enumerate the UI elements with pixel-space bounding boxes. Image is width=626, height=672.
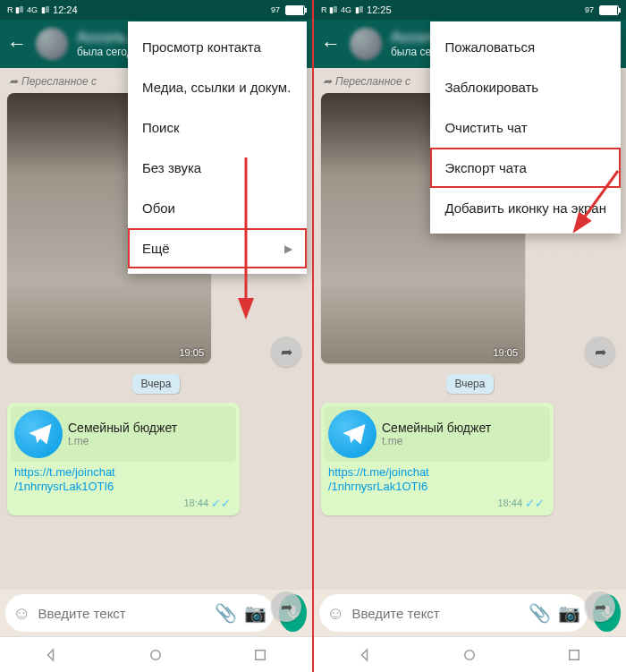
back-icon[interactable]: ←	[7, 32, 27, 55]
forward-icon: ➦	[323, 75, 332, 88]
signal-icon: R ▮ll	[321, 5, 337, 14]
link-domain: t.me	[382, 435, 491, 447]
phone-right: R ▮ll 4G ▮ll 12:25 97 ← Ассоль была сего…	[314, 0, 626, 672]
menu-item-label: Ещё	[142, 241, 170, 256]
menu-item-label: Без звука	[142, 160, 201, 175]
back-icon[interactable]: ←	[321, 32, 341, 55]
menu-item[interactable]: Обои	[128, 188, 307, 228]
nav-recent-icon[interactable]	[252, 647, 268, 663]
svg-point-1	[151, 650, 161, 659]
menu-item[interactable]: Пожаловаться	[430, 27, 621, 67]
menu-item-label: Экспорт чата	[444, 160, 526, 175]
date-chip: Вчера	[132, 374, 181, 394]
camera-icon[interactable]: 📷	[244, 602, 266, 624]
menu-item[interactable]: Без звука	[128, 148, 307, 188]
phone-left: R ▮ll 4G ▮ll 12:24 97 ← Ассоль была сего…	[0, 0, 312, 672]
battery-pct: 97	[585, 5, 594, 14]
emoji-icon[interactable]: ☺	[326, 603, 344, 624]
svg-rect-5	[570, 650, 579, 659]
menu-item-label: Поиск	[142, 120, 180, 135]
menu-item[interactable]: Просмотр контакта	[128, 27, 307, 67]
android-navbar	[314, 636, 626, 672]
menu-item[interactable]: Медиа, ссылки и докум.	[128, 67, 307, 107]
image-time: 19:05	[179, 347, 204, 358]
message-input-box[interactable]: ☺ 📎 📷	[319, 594, 588, 632]
telegram-icon	[14, 410, 63, 458]
forwarded-label: ➦ Пересланное с	[323, 75, 410, 88]
link-title: Семейный бюджет	[68, 421, 177, 435]
svg-line-3	[576, 171, 618, 229]
nav-home-icon[interactable]	[461, 647, 478, 663]
date-chip: Вчера	[446, 374, 495, 394]
read-ticks-icon: ✓✓	[211, 497, 231, 510]
camera-icon[interactable]: 📷	[558, 602, 580, 624]
avatar[interactable]	[36, 28, 68, 60]
input-row: ☺ 📎 📷	[314, 590, 626, 636]
link-domain: t.me	[68, 435, 177, 447]
status-bar: R ▮ll 4G ▮ll 12:25 97	[314, 0, 626, 20]
menu-item-label: Просмотр контакта	[142, 39, 261, 55]
overflow-menu: Просмотр контактаМедиа, ссылки и докум.П…	[128, 21, 307, 274]
link-url[interactable]: https://t.me/joinchat/1nhrnysrLak1OTI6	[11, 462, 236, 497]
menu-item-label: Заблокировать	[444, 80, 538, 95]
battery-icon	[285, 5, 305, 15]
message-input[interactable]	[38, 606, 207, 621]
annotation-arrow	[219, 157, 273, 331]
menu-item[interactable]: Поиск	[128, 107, 307, 148]
nav-home-icon[interactable]	[148, 647, 164, 663]
link-url[interactable]: https://t.me/joinchat/1nhrnysrLak1OTI6	[325, 462, 550, 497]
menu-item-label: Пожаловаться	[444, 39, 535, 55]
message-input[interactable]	[351, 606, 521, 621]
telegram-icon	[328, 410, 376, 458]
menu-item[interactable]: Заблокировать	[430, 67, 621, 107]
nav-back-icon[interactable]	[44, 647, 60, 663]
menu-item[interactable]: Ещё▶	[128, 228, 307, 268]
link-time: 18:44✓✓	[325, 497, 550, 512]
nav-back-icon[interactable]	[358, 647, 374, 663]
menu-item[interactable]: Очистить чат	[430, 107, 621, 148]
battery-pct: 97	[271, 5, 280, 14]
svg-point-4	[465, 650, 475, 659]
menu-item-label: Очистить чат	[444, 120, 527, 135]
svg-rect-2	[256, 650, 266, 659]
status-bar: R ▮ll 4G ▮ll 12:24 97	[0, 0, 312, 20]
link-time: 18:44✓✓	[11, 497, 236, 512]
avatar[interactable]	[350, 28, 382, 60]
signal-icon: R ▮ll	[7, 5, 23, 14]
share-icon[interactable]: ➦	[271, 591, 301, 622]
link-title: Семейный бюджет	[382, 421, 491, 435]
nav-recent-icon[interactable]	[566, 647, 582, 663]
attach-icon[interactable]: 📎	[529, 602, 551, 624]
input-row: ☺ 📎 📷	[0, 590, 312, 636]
chevron-right-icon: ▶	[284, 242, 292, 255]
battery-icon	[599, 5, 619, 15]
image-time: 19:05	[493, 347, 518, 358]
link-message[interactable]: Семейный бюджет t.me https://t.me/joinch…	[321, 403, 554, 515]
share-icon[interactable]: ➦	[271, 336, 301, 367]
link-message[interactable]: Семейный бюджет t.me https://t.me/joinch…	[7, 403, 240, 515]
forward-icon: ➦	[9, 75, 18, 88]
emoji-icon[interactable]: ☺	[13, 603, 30, 624]
menu-item-label: Обои	[142, 200, 175, 216]
android-navbar	[0, 636, 312, 672]
status-time: 12:24	[53, 4, 78, 15]
share-icon[interactable]: ➦	[585, 336, 615, 367]
share-icon[interactable]: ➦	[585, 591, 615, 622]
forwarded-label: ➦ Пересланное с	[9, 75, 97, 88]
read-ticks-icon: ✓✓	[525, 497, 545, 510]
message-input-box[interactable]: ☺ 📎 📷	[5, 594, 274, 632]
status-time: 12:25	[367, 4, 392, 15]
annotation-arrow	[569, 171, 626, 246]
menu-item-label: Медиа, ссылки и докум.	[142, 80, 291, 95]
attach-icon[interactable]: 📎	[215, 602, 237, 624]
